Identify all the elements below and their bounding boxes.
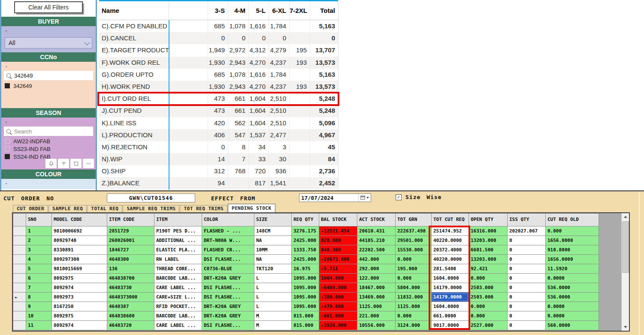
grid-vertical-scrollbar[interactable] [621, 213, 629, 331]
grid-cell-act[interactable]: 1125.000 [357, 302, 396, 311]
grid-cell-old[interactable]: 0.0000 [546, 274, 599, 283]
grid-cell-iss[interactable]: 0 [508, 274, 546, 283]
grid-cell-item[interactable]: RFID POCKET... [154, 302, 202, 311]
ccno-search-input[interactable]: 342649 [4, 71, 93, 80]
grid-cell-iss[interactable]: 0 [508, 236, 546, 245]
grid-cell-item[interactable]: ADDITIONAL ... [154, 236, 202, 245]
grid-cell-sno[interactable]: 8 [26, 293, 52, 302]
grid-cell-cut[interactable]: 40220.0000 [432, 255, 469, 264]
grid-col-act-stock[interactable]: ACT STOCK [357, 214, 396, 226]
grid-cell-old[interactable]: 1656.0000 [546, 255, 599, 264]
grid-cell-model[interactable]: 80929740 [52, 236, 107, 245]
grid-col-size[interactable]: SIZE [254, 214, 292, 226]
grid-cell-req[interactable]: 2425.000 [292, 236, 319, 245]
more-options-icon[interactable] [83, 159, 94, 168]
grid-cell-color[interactable]: DSI FLASHE... [202, 321, 254, 330]
grid-cell-open[interactable]: 16316.000 [469, 226, 508, 236]
grid-cell-open[interactable]: 0.000 [469, 302, 508, 311]
grid-cell-grn[interactable]: 15530.000 [396, 245, 432, 255]
tab-tot-req-trims[interactable]: TOT REQ TRIMS [180, 205, 227, 212]
grid-cell-cut[interactable]: 14179.0000 [432, 283, 469, 293]
row-selector[interactable] [13, 264, 26, 274]
grid-cell-act[interactable]: 22202.500 [357, 245, 396, 255]
grid-cell-sno[interactable]: 6 [26, 274, 52, 283]
grid-cell-color[interactable]: DSI FLASHE... [202, 293, 254, 302]
grid-cell-cut[interactable]: 661.0000 [432, 311, 469, 321]
grid-cell-model[interactable]: 8092973 [52, 293, 107, 302]
grid-cell-req[interactable]: 2425.000 [292, 255, 319, 264]
checkbox-icon[interactable] [5, 154, 10, 159]
cut-order-no-input[interactable]: GWN\CUT01546 [107, 193, 195, 202]
grid-cell-req[interactable]: 1333.750 [292, 245, 319, 255]
grid-cell-bal[interactable]: -661.000 [319, 311, 357, 321]
pivot-row[interactable]: J).CUT PEND 473 661 1,604 2,510 5,248 [99, 105, 338, 117]
grid-cell-size[interactable]: 10MM [254, 245, 292, 255]
pivot-row[interactable]: Z.)BALANCE 94 817 1,541 2,452 [99, 177, 338, 189]
grid-cell-cut[interactable]: 1604.0000 [432, 302, 469, 311]
grid-cell-grn[interactable]: 11832.000 [396, 293, 432, 302]
grid-col-item[interactable]: ITEM [154, 214, 202, 226]
grid-cell-act[interactable]: 221.000 [357, 311, 396, 321]
grid-cell-open[interactable]: 0.000 [469, 311, 508, 321]
grid-cell-bal[interactable]: -6408.000 [319, 283, 357, 293]
grid-cell-open[interactable]: 13203.000 [469, 236, 508, 245]
grid-cell-req[interactable]: 815.000 [292, 311, 319, 321]
pivot-row[interactable]: I).CUT ORD REL 473 661 1,604 2,510 5,248 [99, 93, 338, 105]
grid-cell-open[interactable]: 2503.000 [469, 283, 508, 293]
row-selector[interactable] [13, 226, 26, 236]
grid-cell-cut[interactable]: 1604.0000 [432, 274, 469, 283]
datepicker-dropdown[interactable] [358, 194, 371, 202]
grid-col-open-qty[interactable]: OPEN QTY [469, 214, 508, 226]
grid-cell-model[interactable]: 8330891 [52, 245, 107, 255]
grid-cell-sno[interactable]: 7 [26, 283, 52, 293]
grid-cell-item[interactable]: RN LABEL [154, 255, 202, 264]
grid-cell-old[interactable]: 910.8000 [546, 245, 599, 255]
row-selector[interactable] [13, 311, 26, 321]
size-wise-checkbox[interactable]: ✓ Size Wise [396, 194, 441, 200]
grid-cell-bal[interactable]: -28673.000 [319, 255, 357, 264]
grid-cell-bal[interactable]: 828.000 [319, 236, 357, 245]
grid-col-item-code[interactable]: ITEM CODE [107, 214, 154, 226]
current-row-indicator[interactable]: ► [13, 293, 26, 302]
grid-cell-old[interactable]: 560.0000 [546, 321, 599, 330]
grid-cell-color[interactable]: DRT-K20A GREY [202, 274, 254, 283]
grid-cell-size[interactable]: NA [254, 236, 292, 245]
grid-col-tot-cut-req[interactable]: TOT CUT REQ [432, 214, 469, 226]
grid-cell-model[interactable]: 8092974 [52, 321, 107, 330]
grid-cell-size[interactable]: NA [254, 255, 292, 264]
buyer-dropdown[interactable]: All [5, 37, 92, 48]
grid-cell-sno[interactable]: 2 [26, 236, 52, 245]
grid-cell-iss[interactable]: 0 [508, 283, 546, 293]
grid-cell-code[interactable]: 464838700 [107, 274, 154, 283]
grid-cell-item[interactable]: CARE LABEL ... [154, 321, 202, 330]
row-selector[interactable] [13, 255, 26, 264]
grid-cell-cut[interactable]: 251474.952 [432, 226, 469, 236]
grid-col-req-qty[interactable]: REQ QTY [292, 214, 319, 226]
pivot-row[interactable]: O).SHIP 312 768 720 936 2,736 [99, 165, 338, 177]
grid-cell-item[interactable]: BARCODE LAB... [154, 311, 202, 321]
tab-sample-req[interactable]: SAMPLE REQ [48, 205, 87, 212]
grid-cell-grn[interactable]: 3124.000 [396, 321, 432, 330]
grid-cell-model[interactable]: 9810015669 [52, 264, 107, 274]
grid-cell-req[interactable]: 815.000 [292, 321, 319, 330]
grid-cell-code[interactable]: 46483730 [107, 283, 154, 293]
row-selector[interactable] [13, 302, 26, 311]
grid-cell-old[interactable]: 1656.0000 [546, 236, 599, 245]
grid-cell-sno[interactable]: 5 [26, 264, 52, 274]
grid-cell-req[interactable]: 1095.000 [292, 274, 319, 283]
grid-cell-open[interactable]: 0.000 [469, 274, 508, 283]
grid-cell-grn[interactable]: 0.000 [396, 255, 432, 264]
grid-cell-open[interactable]: 6601.500 [469, 245, 508, 255]
grid-col-color[interactable]: COLOR [202, 214, 254, 226]
grid-cell-item[interactable]: CARE+SIZE L... [154, 293, 202, 302]
grid-cell-old[interactable]: 0.000 [546, 226, 599, 236]
grid-cell-iss[interactable]: 0 [508, 311, 546, 321]
grid-cell-act[interactable]: 20610.431 [357, 226, 396, 236]
grid-cell-cut[interactable]: 40220.0000 [432, 236, 469, 245]
grid-cell-bal[interactable]: 848.300 [319, 245, 357, 255]
grid-cell-bal[interactable]: -12521.454 [319, 226, 357, 236]
checkbox-icon[interactable] [5, 146, 10, 151]
checkbox-icon[interactable] [5, 139, 10, 144]
grid-cell-req[interactable]: 3276.175 [292, 226, 319, 236]
grid-cell-size[interactable]: L [254, 293, 292, 302]
